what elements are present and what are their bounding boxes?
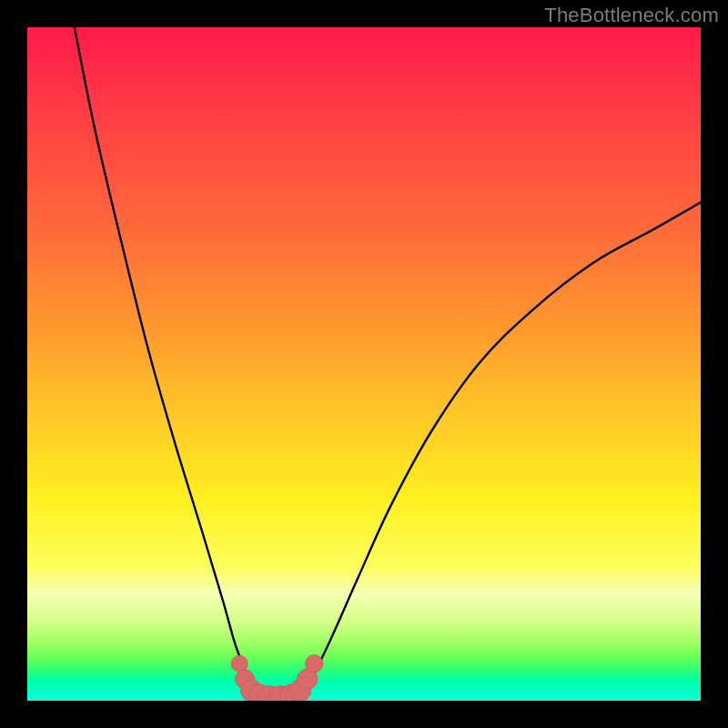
chart-plot-area [27,27,701,701]
watermark-text: TheBottleneck.com [544,4,719,27]
curve-right-branch [297,202,701,697]
highlight-marker [306,655,323,672]
curve-left-branch [75,27,259,697]
highlight-markers [231,655,323,701]
chart-svg [27,27,701,701]
